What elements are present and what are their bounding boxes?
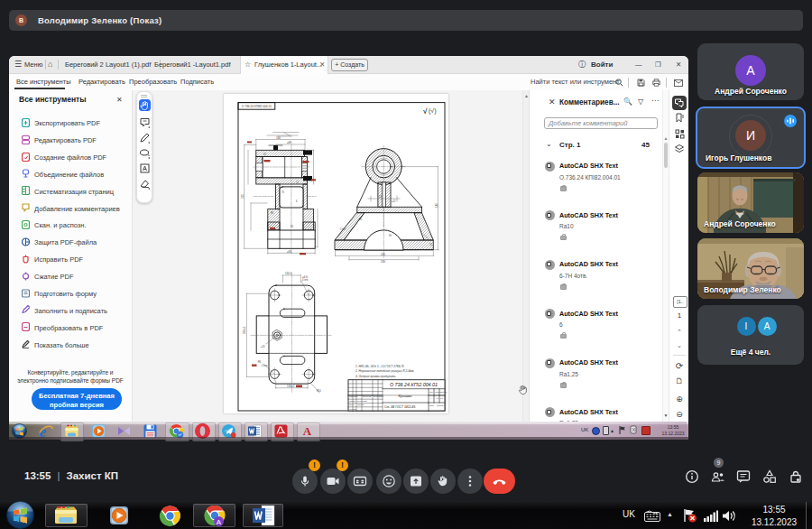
- svg-text:⌀22: ⌀22: [392, 200, 396, 203]
- svg-text:⌀95: ⌀95: [287, 250, 291, 254]
- svg-text:Масшт.: Масшт.: [440, 391, 448, 393]
- svg-text:⌀68: ⌀68: [287, 141, 291, 144]
- svg-text:Лист: Лист: [429, 404, 434, 406]
- svg-text:⌀6,6: ⌀6,6: [302, 275, 308, 279]
- svg-text:Листов 1: Листов 1: [437, 404, 446, 406]
- svg-text:130±2: 130±2: [287, 385, 295, 388]
- svg-text:Дата: Дата: [379, 395, 384, 397]
- svg-text:205±1: 205±1: [243, 326, 246, 334]
- svg-text:145: 145: [435, 203, 438, 208]
- svg-text:R5: R5: [271, 211, 274, 215]
- svg-text:Кришка: Кришка: [399, 394, 413, 398]
- svg-text:Изм Лист: Изм Лист: [349, 395, 357, 397]
- svg-text:110,5: 110,5: [285, 272, 292, 275]
- svg-text:4 отв.: 4 отв.: [302, 278, 309, 282]
- svg-text:О 736 24 КПІ82 004 01: О 736 24 КПІ82 004 01: [242, 105, 272, 108]
- svg-text:√: √: [423, 107, 428, 116]
- svg-text:⌀20: ⌀20: [261, 345, 265, 348]
- svg-text:1×45°: 1×45°: [340, 227, 346, 231]
- svg-text:R10: R10: [317, 389, 321, 393]
- svg-text:Иванов: Иванов: [357, 404, 364, 405]
- svg-text:215: 215: [241, 194, 245, 199]
- svg-text:145: 145: [381, 253, 385, 256]
- svg-text:A: A: [216, 518, 221, 526]
- svg-text:180: 180: [381, 260, 385, 264]
- svg-text:Пров.: Пров.: [349, 404, 355, 405]
- svg-text:О 736.24.КПІ2.004.01: О 736.24.КПІ2.004.01: [390, 382, 438, 387]
- svg-text:R4: R4: [258, 360, 262, 364]
- svg-text:160: 160: [276, 136, 281, 140]
- svg-text:Н.контр.: Н.контр.: [349, 408, 357, 410]
- svg-text:A: A: [302, 424, 311, 438]
- svg-text:3. Острые кромки притупить.: 3. Острые кромки притупить.: [355, 375, 396, 378]
- svg-text:85: 85: [291, 225, 293, 228]
- svg-text:2. Неуказанные литейные радиус: 2. Неуказанные литейные радиусы R 2-3мм.: [355, 369, 414, 373]
- svg-text:Разраб.: Разраб.: [349, 400, 356, 402]
- svg-text:Ст. 3В ГОСТ 1412-85: Ст. 3В ГОСТ 1412-85: [384, 405, 415, 409]
- svg-text:Береговий: Береговий: [357, 400, 367, 402]
- svg-text:R5: R5: [359, 218, 363, 221]
- svg-text:1. НRС 45...50 h 1...1,5 ГОСТ: 1. НRС 45...50 h 1...1,5 ГОСТ 2789-73: [355, 365, 404, 368]
- svg-text:Лит.: Лит.: [429, 391, 433, 393]
- svg-text:№ докум.: № докум.: [363, 395, 372, 397]
- svg-text:(√): (√): [429, 107, 437, 115]
- svg-text:4 отв.: 4 отв.: [262, 364, 268, 367]
